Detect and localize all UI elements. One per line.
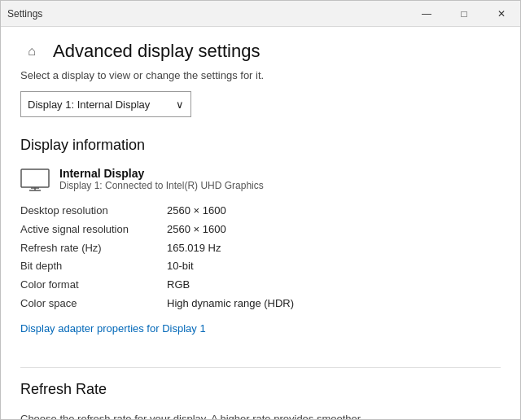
window-title: Settings bbox=[7, 8, 42, 20]
info-label: Active signal resolution bbox=[20, 221, 167, 238]
content-area: ⌂ Advanced display settings Select a dis… bbox=[1, 27, 520, 419]
display-select-value: Display 1: Internal Display bbox=[28, 98, 150, 111]
close-button[interactable]: ✕ bbox=[483, 1, 520, 27]
title-bar-controls: — □ ✕ bbox=[408, 1, 520, 27]
refresh-rate-description: Choose the refresh rate for your display… bbox=[20, 411, 395, 419]
info-label: Refresh rate (Hz) bbox=[20, 240, 167, 257]
svg-rect-0 bbox=[21, 169, 49, 187]
minimize-button[interactable]: — bbox=[408, 1, 445, 27]
home-button[interactable]: ⌂ bbox=[20, 40, 43, 63]
display-header: Internal Display Display 1: Connected to… bbox=[20, 167, 501, 191]
monitor-icon bbox=[20, 168, 50, 191]
adapter-properties-link[interactable]: Display adapter properties for Display 1 bbox=[20, 322, 206, 335]
refresh-rate-title: Refresh Rate bbox=[20, 381, 501, 398]
info-value: RGB bbox=[167, 277, 190, 294]
display-name: Internal Display bbox=[59, 167, 264, 180]
display-select-dropdown[interactable]: Display 1: Internal Display ∨ bbox=[20, 91, 191, 117]
select-display-label: Select a display to view or change the s… bbox=[20, 69, 501, 81]
info-row: Color spaceHigh dynamic range (HDR) bbox=[20, 295, 501, 313]
info-row: Bit depth10-bit bbox=[20, 258, 501, 275]
info-label: Color space bbox=[20, 295, 167, 313]
info-row: Desktop resolution2560 × 1600 bbox=[20, 203, 501, 220]
display-info-table: Desktop resolution2560 × 1600Active sign… bbox=[20, 203, 501, 313]
display-description: Display 1: Connected to Intel(R) UHD Gra… bbox=[59, 180, 264, 191]
title-bar-left: Settings bbox=[7, 8, 42, 20]
home-icon: ⌂ bbox=[28, 44, 36, 59]
display-information-title: Display information bbox=[20, 137, 501, 154]
info-value: 10-bit bbox=[167, 258, 194, 275]
page-title: Advanced display settings bbox=[53, 41, 260, 62]
display-name-group: Internal Display Display 1: Connected to… bbox=[59, 167, 264, 191]
info-row: Refresh rate (Hz)165.019 Hz bbox=[20, 240, 501, 257]
info-row: Color formatRGB bbox=[20, 277, 501, 294]
info-label: Bit depth bbox=[20, 258, 167, 275]
window: Settings — □ ✕ ⌂ Advanced display settin… bbox=[0, 0, 521, 420]
info-value: High dynamic range (HDR) bbox=[167, 295, 294, 313]
display-select-chevron: ∨ bbox=[176, 98, 184, 111]
info-value: 2560 × 1600 bbox=[167, 221, 226, 238]
title-bar: Settings — □ ✕ bbox=[1, 1, 520, 27]
maximize-button[interactable]: □ bbox=[445, 1, 483, 27]
display-info-block: Internal Display Display 1: Connected to… bbox=[20, 167, 501, 354]
page-header: ⌂ Advanced display settings bbox=[20, 40, 501, 63]
info-row: Active signal resolution2560 × 1600 bbox=[20, 221, 501, 238]
section-divider bbox=[20, 367, 501, 368]
info-value: 2560 × 1600 bbox=[167, 203, 226, 220]
refresh-rate-section: Refresh Rate Choose the refresh rate for… bbox=[20, 381, 501, 419]
info-label: Desktop resolution bbox=[20, 203, 167, 220]
info-value: 165.019 Hz bbox=[167, 240, 221, 257]
info-label: Color format bbox=[20, 277, 167, 294]
